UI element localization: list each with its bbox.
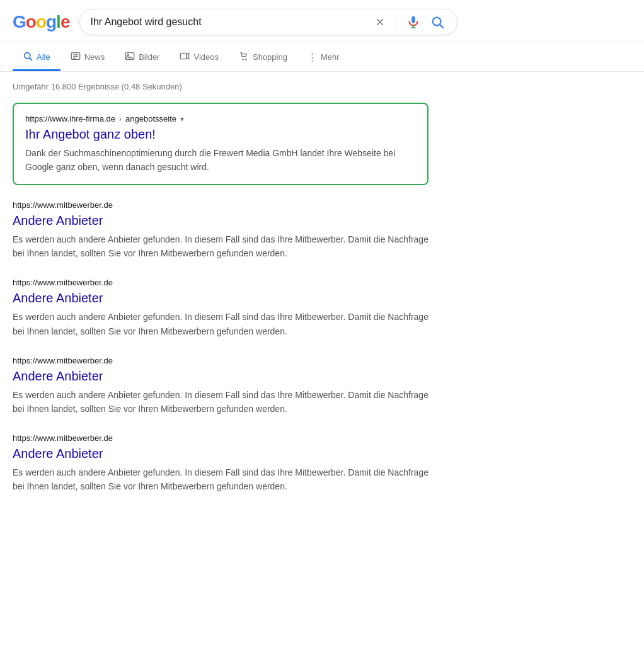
search-input[interactable]	[90, 16, 367, 28]
logo-letter-e: e	[60, 12, 70, 32]
result-desc-2: Es werden auch andere Anbieter gefunden.…	[13, 388, 428, 416]
svg-line-6	[440, 25, 444, 28]
svg-point-17	[246, 59, 246, 60]
shopping-tab-icon	[239, 51, 249, 63]
tab-alle[interactable]: Alle	[13, 45, 60, 71]
result-url-text-0: https://www.mitbewerber.de	[13, 200, 113, 210]
svg-point-14	[127, 54, 129, 56]
svg-point-16	[243, 59, 243, 60]
tab-shopping-label: Shopping	[253, 52, 287, 62]
featured-result-description: Dank der Suchmaschinenoptimierung durch …	[25, 146, 416, 174]
tab-mehr[interactable]: ⋮ Mehr	[297, 45, 350, 71]
tab-mehr-label: Mehr	[321, 52, 340, 62]
result-item: https://www.mitbewerber.de Andere Anbiet…	[13, 433, 428, 493]
search-bar	[79, 9, 457, 35]
result-title-1[interactable]: Andere Anbieter	[13, 290, 428, 306]
featured-url-path: angebotsseite	[125, 114, 176, 123]
result-item: https://www.mitbewerber.de Andere Anbiet…	[13, 200, 428, 260]
search-button[interactable]	[428, 15, 447, 29]
mehr-tab-icon: ⋮	[308, 52, 317, 63]
tab-shopping[interactable]: Shopping	[229, 45, 297, 71]
results-stats: Umgefähr 16.800 Ergebnisse (0,48 Sekunde…	[13, 82, 428, 91]
featured-result-url: https://www.ihre-firma.de › angebotsseit…	[25, 114, 416, 123]
nav-tabs: Alle News Bilder	[0, 42, 644, 72]
search-divider	[396, 14, 396, 30]
result-url-1: https://www.mitbewerber.de	[13, 278, 428, 287]
result-url-text-2: https://www.mitbewerber.de	[13, 356, 113, 365]
featured-result: https://www.ihre-firma.de › angebotsseit…	[13, 103, 428, 185]
voice-search-button[interactable]	[404, 15, 423, 29]
tab-alle-label: Alle	[37, 52, 50, 62]
logo-letter-o2: o	[36, 12, 46, 32]
clear-search-button[interactable]	[372, 16, 388, 28]
featured-url-text: https://www.ihre-firma.de	[25, 114, 115, 123]
result-title-2[interactable]: Andere Anbieter	[13, 368, 428, 384]
logo-letter-g1: G	[13, 12, 26, 32]
tab-bilder[interactable]: Bilder	[115, 45, 170, 71]
tab-news-label: News	[84, 52, 105, 62]
result-url-text-1: https://www.mitbewerber.de	[13, 278, 113, 287]
featured-url-arrow: ›	[119, 115, 122, 123]
result-url-3: https://www.mitbewerber.de	[13, 433, 428, 443]
featured-url-dropdown-icon[interactable]: ▾	[180, 115, 184, 123]
result-items-container: https://www.mitbewerber.de Andere Anbiet…	[13, 200, 428, 493]
logo-letter-g2: g	[46, 12, 56, 32]
result-url-0: https://www.mitbewerber.de	[13, 200, 428, 210]
tab-news[interactable]: News	[60, 45, 115, 71]
results-area: Umgefähr 16.800 Ergebnisse (0,48 Sekunde…	[0, 72, 441, 523]
result-desc-1: Es werden auch andere Anbieter gefunden.…	[13, 310, 428, 338]
header: Google	[0, 0, 644, 42]
result-title-3[interactable]: Andere Anbieter	[13, 445, 428, 462]
search-tab-icon	[23, 51, 33, 63]
tab-bilder-label: Bilder	[139, 52, 159, 62]
result-url-text-3: https://www.mitbewerber.de	[13, 433, 113, 443]
result-item: https://www.mitbewerber.de Andere Anbiet…	[13, 278, 428, 338]
logo-letter-l: l	[56, 12, 60, 32]
tab-videos-label: Videos	[193, 52, 219, 62]
result-desc-0: Es werden auch andere Anbieter gefunden.…	[13, 232, 428, 260]
svg-rect-15	[181, 53, 187, 59]
google-logo: Google	[13, 12, 69, 32]
result-title-0[interactable]: Andere Anbieter	[13, 212, 428, 229]
result-url-2: https://www.mitbewerber.de	[13, 356, 428, 365]
news-tab-icon	[71, 51, 81, 63]
svg-line-8	[30, 58, 32, 60]
bilder-tab-icon	[125, 51, 135, 63]
svg-rect-2	[412, 16, 416, 23]
tab-videos[interactable]: Videos	[170, 45, 229, 71]
featured-result-title[interactable]: Ihr Angebot ganz oben!	[25, 126, 416, 142]
result-item: https://www.mitbewerber.de Andere Anbiet…	[13, 356, 428, 416]
videos-tab-icon	[180, 51, 190, 63]
logo-letter-o1: o	[26, 12, 36, 32]
result-desc-3: Es werden auch andere Anbieter gefunden.…	[13, 465, 428, 493]
